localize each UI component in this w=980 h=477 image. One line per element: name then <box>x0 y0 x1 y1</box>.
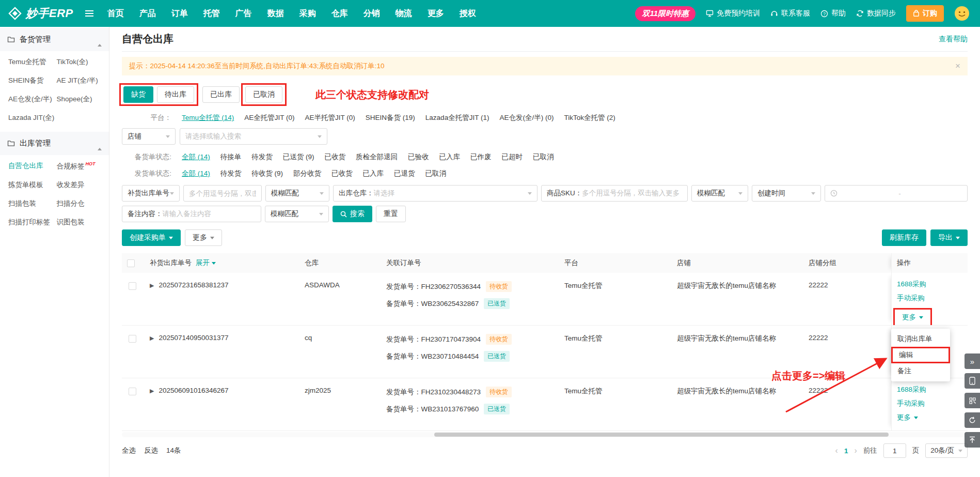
search-button[interactable]: 搜索 <box>333 206 372 222</box>
sidebar-item-scan-packing[interactable]: 扫描包装 <box>8 195 57 212</box>
collapse-right-icon[interactable]: » <box>965 353 980 369</box>
ship-status-option[interactable]: 已入库 <box>363 169 384 178</box>
nav-authorization[interactable]: 授权 <box>460 8 476 19</box>
page-size-select[interactable]: 20条/页 <box>925 443 968 458</box>
warehouse-select[interactable]: 出库仓库： 请选择 <box>333 185 538 202</box>
stock-status-option[interactable]: 已收货 <box>325 152 346 162</box>
sidebar-item-receive-diff[interactable]: 收发差异 <box>57 176 105 194</box>
nav-orders[interactable]: 订单 <box>171 8 188 19</box>
prev-page-icon[interactable]: ‹ <box>835 446 838 455</box>
ship-status-option[interactable]: 部分收货 <box>293 169 321 178</box>
chevron-up-icon[interactable] <box>98 35 102 44</box>
menu-toggle-icon[interactable] <box>85 10 94 17</box>
refresh-icon[interactable] <box>965 412 980 428</box>
stock-status-option[interactable]: 已送货 (9) <box>283 152 314 162</box>
nav-hosting[interactable]: 托管 <box>203 8 220 19</box>
row-expand-icon[interactable]: ▶ <box>150 282 154 288</box>
reset-button[interactable]: 重置 <box>376 206 406 222</box>
close-icon[interactable]: × <box>955 61 960 71</box>
ship-status-option[interactable]: 已取消 <box>425 169 447 178</box>
sidebar-item-picking-template[interactable]: 拣货单模板 <box>8 176 57 194</box>
tab-pending-outbound[interactable]: 待出库 <box>157 86 194 103</box>
sidebar-section-outbound-management[interactable]: 出库管理 <box>0 132 109 155</box>
refresh-stock-button[interactable]: 刷新库存 <box>882 229 926 246</box>
nav-purchase[interactable]: 采购 <box>299 8 316 19</box>
sidebar-item-image-packing[interactable]: 识图包装 <box>57 213 105 231</box>
more-toolbar-button[interactable]: 更多 <box>185 229 222 246</box>
expand-all-link[interactable]: 展开 <box>196 258 216 268</box>
order-no-type-select[interactable]: 补货出库单号 <box>122 185 180 202</box>
stock-status-option[interactable]: 全部 (14) <box>182 152 210 162</box>
sidebar-section-stock-management[interactable]: 备货管理 <box>0 28 109 51</box>
menu-item-cancel-outbound[interactable]: 取消出库单 <box>891 331 950 347</box>
platform-option-ae-half-jit[interactable]: AE半托管JIT (0) <box>305 113 355 122</box>
fuzzy-match-select-3[interactable]: 模糊匹配 <box>265 206 329 222</box>
sidebar-item-ae-warehouse[interactable]: AE仓发(全/半) <box>8 90 57 108</box>
platform-option-temu[interactable]: Temu全托管 (14) <box>182 113 234 122</box>
stock-status-option[interactable]: 待接单 <box>220 152 242 162</box>
row-checkbox[interactable] <box>129 388 136 395</box>
contact-support-link[interactable]: 联系客服 <box>770 9 810 18</box>
platform-option-lazada-jit[interactable]: Lazada全托管JIT (1) <box>425 113 489 122</box>
ship-status-option[interactable]: 已收货 <box>331 169 353 178</box>
nav-products[interactable]: 产品 <box>139 8 156 19</box>
row-expand-icon[interactable]: ▶ <box>150 335 154 341</box>
row-expand-icon[interactable]: ▶ <box>150 388 154 394</box>
back-to-top-icon[interactable] <box>965 432 980 448</box>
nav-more[interactable]: 更多 <box>428 8 444 19</box>
sidebar-item-temu[interactable]: Temu全托管 <box>8 53 57 71</box>
sidebar-item-scan-print-label[interactable]: 扫描打印标签 <box>8 213 57 231</box>
nav-distribution[interactable]: 分销 <box>363 8 380 19</box>
stock-status-option[interactable]: 已取消 <box>533 152 554 162</box>
sidebar-item-lazada-jit[interactable]: Lazada JIT(全) <box>8 109 57 127</box>
shop-select[interactable]: 店铺 <box>122 128 176 145</box>
date-range-picker[interactable]: - <box>825 185 968 202</box>
platform-option-ae-warehouse[interactable]: AE仓发(全/半) (0) <box>499 113 554 122</box>
manual-purchase-link[interactable]: 手动采购 <box>897 294 962 303</box>
sidebar-item-self-warehouse-outbound[interactable]: 自营仓出库 <box>8 157 57 175</box>
fuzzy-match-select-1[interactable]: 模糊匹配 <box>265 185 329 202</box>
create-purchase-order-button[interactable]: 创建采购单 <box>122 229 181 246</box>
tab-out-of-stock[interactable]: 缺货 <box>123 86 153 103</box>
create-time-select[interactable]: 创建时间 <box>752 185 821 202</box>
select-all-checkbox[interactable] <box>127 259 135 267</box>
row-checkbox[interactable] <box>129 282 136 290</box>
nav-data[interactable]: 数据 <box>267 8 284 19</box>
order-no-input[interactable] <box>183 185 262 202</box>
remark-input[interactable]: 备注内容： 请输入备注内容 <box>122 206 261 222</box>
stock-status-option[interactable]: 已验收 <box>408 152 429 162</box>
subscribe-button[interactable]: 订购 <box>906 5 944 22</box>
app-logo[interactable]: 妙手ERP <box>8 6 73 21</box>
stock-status-option[interactable]: 质检全部退回 <box>356 152 398 162</box>
nav-logistics[interactable]: 物流 <box>396 8 412 19</box>
stock-status-option[interactable]: 已作废 <box>470 152 492 162</box>
manual-purchase-link[interactable]: 手动采购 <box>897 399 962 408</box>
phone-icon[interactable] <box>965 373 980 389</box>
sidebar-item-shopee[interactable]: Shopee(全) <box>57 90 105 108</box>
sidebar-item-scan-sorting[interactable]: 扫描分仓 <box>57 195 105 212</box>
current-page[interactable]: 1 <box>844 447 848 455</box>
platform-option-shein[interactable]: SHEIN备货 (19) <box>366 113 415 122</box>
more-actions-link[interactable]: 更多 <box>897 413 918 422</box>
purchase-1688-link[interactable]: 1688采购 <box>897 385 962 394</box>
select-all-link[interactable]: 全选 <box>122 446 136 455</box>
sidebar-item-ae-jit[interactable]: AE JIT(全/半) <box>57 72 105 89</box>
horizontal-scrollbar-thumb[interactable] <box>434 433 889 437</box>
menu-item-edit[interactable]: 编辑 <box>891 347 950 363</box>
fuzzy-match-select-2[interactable]: 模糊匹配 <box>691 185 748 202</box>
more-actions-link[interactable]: 更多 <box>902 313 923 322</box>
view-help-link[interactable]: 查看帮助 <box>939 35 968 44</box>
sku-input[interactable]: 商品SKU： 多个用逗号分隔，双击输入更多 <box>541 185 688 202</box>
help-top-link[interactable]: ? 帮助 <box>820 9 846 18</box>
invert-select-link[interactable]: 反选 <box>144 446 158 455</box>
avatar[interactable] <box>954 6 970 21</box>
sidebar-item-compliance-label[interactable]: 合规标签HOT <box>57 157 105 175</box>
ship-status-option[interactable]: 待发货 <box>220 169 242 178</box>
goto-page-input[interactable] <box>883 443 906 458</box>
stock-status-option[interactable]: 已超时 <box>502 152 523 162</box>
export-button[interactable]: 导出 <box>930 229 968 246</box>
qrcode-icon[interactable] <box>965 393 980 408</box>
next-page-icon[interactable]: › <box>854 446 857 455</box>
tab-outbound-done[interactable]: 已出库 <box>202 86 240 103</box>
ship-status-option[interactable]: 全部 (14) <box>182 169 210 178</box>
